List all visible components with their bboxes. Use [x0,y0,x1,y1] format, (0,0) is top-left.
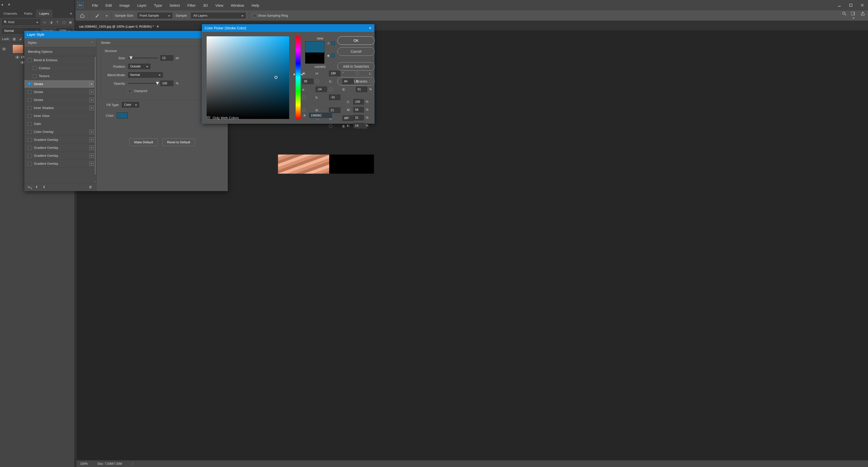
websafe-swatch[interactable] [331,54,335,57]
hex-input[interactable] [309,112,333,118]
move-down-icon[interactable]: ⬇ [43,185,47,189]
tab-close-icon[interactable]: ✕ [156,25,159,28]
show-sampling-ring-checkbox[interactable]: Show Sampling Ring [253,14,288,18]
style-item-stroke-3[interactable]: Stroke + [24,80,96,88]
gamut-swatch[interactable] [332,41,335,45]
color-value-input[interactable] [353,115,364,120]
style-checkbox[interactable] [33,66,36,70]
visibility-eye-icon[interactable] [16,56,20,59]
menu-filter[interactable]: Filter [184,2,199,8]
color-model-radio[interactable] [329,88,333,91]
style-checkbox[interactable] [28,122,31,126]
status-expand-icon[interactable]: 〉 [132,462,135,466]
filter-adjust-icon[interactable]: ◑ [49,20,53,24]
layer-style-titlebar[interactable]: Layer Style [24,31,228,38]
lock-transparency-icon[interactable]: ▦ [12,37,16,41]
make-default-button[interactable]: Make Default [129,138,158,146]
move-up-icon[interactable]: ⬆ [35,185,39,189]
color-model-radio[interactable] [302,72,306,75]
style-checkbox[interactable] [28,146,31,149]
filltype-select[interactable]: Color [122,102,139,108]
style-checkbox[interactable] [28,162,31,166]
window-close-icon[interactable] [857,0,868,10]
add-effect-icon[interactable]: + [89,106,94,110]
overprint-checkbox[interactable] [128,89,131,93]
blending-options[interactable]: Blending Options [24,47,96,56]
position-select[interactable]: Outside [128,64,150,69]
filter-pixel-icon[interactable]: ▭ [42,20,46,24]
size-input[interactable] [160,55,173,61]
menu-view[interactable]: View [212,2,227,8]
color-value-input[interactable] [353,123,364,128]
menu-edit[interactable]: Edit [102,2,115,8]
style-checkbox[interactable] [33,75,36,78]
style-checkbox[interactable] [28,154,31,157]
menu-type[interactable]: Type [150,2,165,8]
menu-select[interactable]: Select [166,2,184,8]
color-value-input[interactable] [356,87,367,92]
style-item-inner-shadow-6[interactable]: Inner Shadow + [24,104,96,112]
hue-slider[interactable] [296,36,301,119]
menu-help[interactable]: Help [248,2,263,8]
tab-channels[interactable]: Channels [0,10,21,18]
layer-thumbnail[interactable] [12,45,23,54]
style-item-gradient-overlay-12[interactable]: Gradient Overlay + [24,152,96,160]
add-effect-icon[interactable]: + [89,129,94,134]
color-swatch[interactable] [117,113,128,118]
color-value-input[interactable] [353,99,364,105]
color-model-radio[interactable] [369,80,373,83]
layer-kind-select[interactable]: 🔍 Kind [2,20,40,25]
tool-preset-dropdown[interactable] [104,14,108,18]
color-value-input[interactable] [315,87,327,92]
cube-icon[interactable]: ◈ [327,54,330,57]
sample-size-select[interactable]: Point Sample [137,13,172,19]
styles-header[interactable]: Styles˄ [24,38,96,47]
zoom-level[interactable]: 100% [80,462,88,466]
color-value-input[interactable] [302,79,313,84]
color-model-radio[interactable] [329,124,333,128]
share-icon[interactable] [861,11,865,20]
opacity-input[interactable] [160,81,173,86]
style-item-gradient-overlay-13[interactable]: Gradient Overlay + [24,160,96,168]
add-effect-icon[interactable]: + [89,162,94,166]
window-min-icon[interactable] [834,0,845,10]
style-checkbox[interactable] [28,114,31,118]
hue-pointer-left-icon[interactable] [293,73,296,76]
tab-paths[interactable]: Paths [21,10,36,18]
menu-file[interactable]: File [89,2,101,8]
style-checkbox[interactable] [28,106,31,110]
scroll-down-icon[interactable]: ˅ [94,181,96,184]
add-effect-icon[interactable]: + [89,82,94,86]
cancel-button[interactable]: Cancel [337,47,375,56]
color-value-input[interactable] [329,94,340,100]
visibility-eye-icon[interactable] [21,61,24,64]
sample-select[interactable]: All Layers [191,13,246,19]
style-checkbox[interactable] [28,98,31,102]
add-swatches-button[interactable]: Add to Swatches [337,62,375,71]
filter-smart-icon[interactable]: ▣ [68,20,72,24]
tab-layers[interactable]: Layers [36,10,53,18]
add-effect-icon[interactable]: + [89,146,94,150]
window-max-icon[interactable] [845,0,857,10]
eyedropper-tool-icon[interactable] [93,12,101,20]
style-list-scrollbar[interactable] [94,56,96,175]
dialog-close-icon[interactable]: ✕ [369,26,372,30]
style-item-texture-2[interactable]: Texture [24,72,96,80]
style-checkbox[interactable] [28,58,31,62]
visibility-eye-icon[interactable] [2,48,6,51]
doc-size[interactable]: Doc: 7,03M/7,03M [98,462,122,466]
only-web-colors-checkbox[interactable] [207,116,210,120]
trash-icon[interactable]: 🗑 [89,185,93,189]
preview-swatch[interactable] [305,41,324,64]
panel-menu-icon[interactable]: ≡ [67,12,74,16]
panel-close-icon[interactable]: ✕ [5,3,12,6]
reset-default-button[interactable]: Reset to Default [162,138,195,146]
ok-button[interactable]: OK [337,36,375,45]
blendmode-select[interactable]: Normal [128,72,163,78]
size-slider[interactable] [128,57,158,58]
style-item-satin-8[interactable]: Satin [24,120,96,128]
filter-shape-icon[interactable]: ▢ [62,20,66,24]
document-tab[interactable]: cat-2068462_1920.jpg @ 100% (Layer 0, RG… [76,24,162,29]
color-value-input[interactable] [329,71,340,76]
style-checkbox[interactable] [28,138,31,142]
